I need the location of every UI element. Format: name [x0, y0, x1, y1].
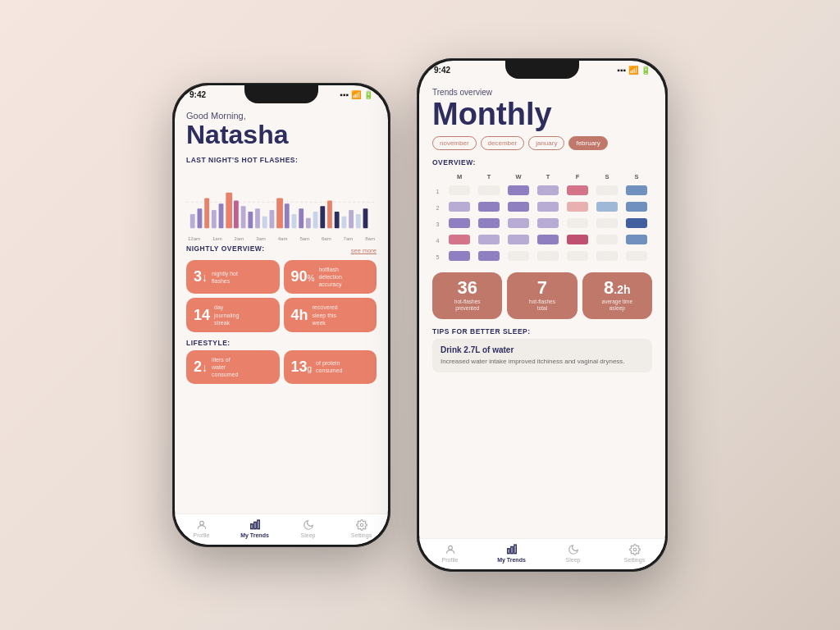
cell-2-2 — [478, 202, 500, 212]
chart-time-labels: 12am 1am 2am 3am 4am 5am 6am 7am 8am — [186, 236, 377, 241]
svg-point-35 — [633, 548, 637, 551]
stat-protein-num: 13g — [291, 358, 313, 376]
svg-rect-7 — [234, 201, 239, 229]
battery-icon: 🔋 — [363, 90, 373, 99]
svg-rect-5 — [219, 204, 224, 229]
stat-number-4: 4h — [291, 307, 308, 324]
nav-my-trends[interactable]: My Trends — [228, 519, 281, 538]
overview-section: OVERVIEW: M T W T F S S — [432, 158, 652, 266]
row-label-2: 2 — [434, 200, 444, 215]
svg-rect-25 — [363, 208, 368, 228]
cell-3-6 — [596, 218, 618, 228]
stat-sleep-time: 8.2h average timeasleep — [582, 272, 652, 319]
cell-2-4 — [537, 202, 559, 212]
row-label-4: 4 — [434, 233, 444, 248]
cal-header-w: W — [504, 171, 532, 182]
row-label-3: 3 — [434, 217, 444, 231]
nav-profile[interactable]: Profile — [175, 519, 228, 538]
svg-rect-29 — [257, 520, 258, 529]
svg-rect-11 — [262, 217, 267, 229]
user-name: Natasha — [186, 121, 377, 149]
cell-1-5 — [567, 185, 588, 195]
nightly-header: NIGHTLY OVERVIEW: see more — [186, 244, 377, 256]
right-nav-trends-label: My Trends — [497, 557, 526, 563]
left-time: 9:42 — [189, 90, 206, 99]
right-nav-profile-label: Profile — [442, 557, 459, 563]
last-night-title: LAST NIGHT'S HOT FLASHES: — [186, 156, 377, 164]
stat-number-2: 90% — [291, 268, 315, 285]
right-nav-sleep[interactable]: Sleep — [542, 544, 604, 563]
cell-2-7 — [626, 202, 647, 212]
svg-rect-22 — [341, 217, 346, 229]
row-label-5: 5 — [434, 249, 444, 264]
right-battery-icon: 🔋 — [641, 66, 651, 75]
tab-november[interactable]: november — [432, 136, 477, 150]
stat-label-4: recoveredsleep thisweek — [313, 304, 338, 326]
nav-sleep[interactable]: Sleep — [281, 519, 335, 538]
svg-rect-17 — [306, 218, 311, 229]
cell-3-3 — [508, 218, 529, 228]
svg-rect-3 — [204, 199, 209, 229]
month-tabs: november december january february — [432, 136, 652, 150]
cell-2-1 — [449, 202, 470, 212]
cal-row-2: 2 — [434, 200, 651, 215]
lifestyle-title: LIFESTYLE: — [186, 339, 377, 347]
svg-rect-33 — [510, 547, 512, 554]
cell-5-7 — [626, 251, 647, 261]
cell-5-6 — [596, 251, 618, 261]
svg-rect-14 — [285, 204, 290, 229]
stat-nightly-hot-flashes: 3↓ nightly hotflashes — [186, 260, 280, 294]
tab-december[interactable]: december — [481, 136, 525, 150]
svg-rect-4 — [212, 210, 217, 228]
svg-rect-18 — [313, 212, 318, 228]
cal-row-1: 1 — [434, 184, 651, 199]
tab-january[interactable]: january — [528, 136, 564, 150]
settings-icon — [356, 519, 368, 531]
cell-3-1 — [449, 218, 470, 228]
cell-1-2 — [478, 185, 500, 195]
left-bottom-nav: Profile My Trends Sleep — [175, 514, 388, 545]
cell-2-3 — [508, 202, 529, 212]
monthly-title: Monthly — [432, 98, 652, 130]
svg-rect-21 — [335, 212, 340, 228]
cell-3-4 — [537, 218, 559, 228]
right-nav-trends[interactable]: My Trends — [481, 544, 542, 563]
overview-title: OVERVIEW: — [432, 158, 652, 167]
stat-label-1: nightly hotflashes — [212, 270, 238, 285]
lifestyle-stats-grid: 2↓ liters ofwaterconsumed 13g of protein… — [186, 350, 377, 384]
right-signal-icon: ▪▪▪ — [617, 66, 626, 75]
cell-5-5 — [567, 251, 588, 261]
svg-rect-1 — [190, 214, 195, 228]
svg-point-31 — [448, 546, 452, 550]
right-profile-icon — [445, 544, 456, 555]
tips-section: TIPS FOR BETTER SLEEP: Drink 2.7L of wat… — [432, 327, 652, 372]
svg-rect-32 — [507, 549, 509, 554]
cal-header-s1: S — [593, 171, 621, 182]
cell-3-2 — [478, 218, 500, 228]
right-nav-settings[interactable]: Settings — [604, 544, 665, 563]
right-settings-icon — [629, 544, 641, 555]
right-screen-content: Trends overview Monthly november decembe… — [419, 76, 665, 559]
cell-1-7 — [626, 185, 647, 195]
svg-rect-23 — [349, 210, 354, 228]
see-more-link[interactable]: see more — [351, 247, 377, 254]
stat-total-num: 7 — [512, 279, 572, 297]
cal-header-m: M — [445, 171, 473, 182]
right-nav-profile[interactable]: Profile — [419, 544, 481, 563]
svg-rect-8 — [241, 206, 246, 228]
tab-february[interactable]: february — [568, 136, 607, 150]
svg-rect-27 — [250, 524, 252, 529]
cell-4-7 — [626, 235, 647, 244]
notch — [244, 85, 318, 103]
right-nav-sleep-label: Sleep — [566, 557, 581, 563]
svg-rect-28 — [253, 523, 255, 529]
nav-settings[interactable]: Settings — [335, 519, 388, 538]
chart-svg — [186, 167, 377, 233]
cal-header-t2: T — [534, 171, 562, 182]
stat-water-num: 2↓ — [194, 358, 208, 376]
signal-icon: ▪▪▪ — [340, 90, 349, 99]
tip-description: Increased water intake improved itchines… — [441, 357, 644, 366]
cell-4-1 — [449, 235, 470, 244]
svg-rect-6 — [226, 193, 232, 228]
stat-prevented-num: 36 — [437, 279, 497, 297]
